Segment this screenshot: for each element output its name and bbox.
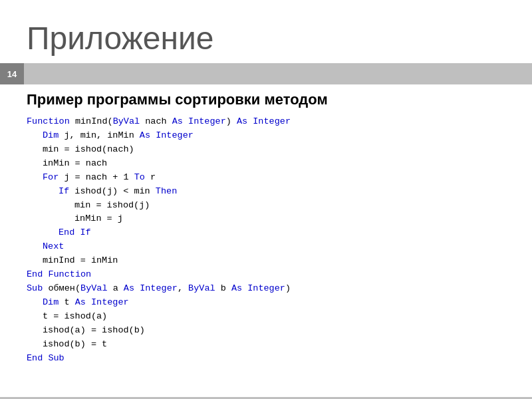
code-line: For j = nach + 1 To r <box>27 171 505 185</box>
code-text: обмен( <box>43 283 80 293</box>
slide-number-bar: 14 <box>0 63 532 84</box>
code-text: j = nach + 1 <box>59 172 134 182</box>
keyword: Function <box>27 116 70 126</box>
keyword: End Sub <box>27 353 65 363</box>
code-line: Function minInd(ByVal nach As Integer) A… <box>27 115 505 129</box>
title-area: Приложение <box>0 0 532 63</box>
code-line: min = ishod(nach) <box>27 143 505 157</box>
code-text: j, min, inMin <box>59 130 140 140</box>
content-area: Пример программы сортировки методом Func… <box>0 84 532 379</box>
code-line: Sub обмен(ByVal a As Integer, ByVal b As… <box>27 282 505 296</box>
slide-title: Приложение <box>27 20 505 57</box>
code-line: min = ishod(j) <box>27 199 505 213</box>
code-text: b <box>215 283 231 293</box>
code-text: ) <box>226 116 237 126</box>
code-line: inMin = j <box>27 212 505 226</box>
code-line: End Function <box>27 268 505 282</box>
code-text: nach <box>140 116 172 126</box>
code-line: minInd = inMin <box>27 254 505 268</box>
code-text: r <box>145 172 156 182</box>
code-text: minInd( <box>70 116 113 126</box>
keyword: As Integer <box>124 283 178 293</box>
code-line: t = ishod(a) <box>27 310 505 324</box>
keyword: End If <box>59 227 91 237</box>
code-text: ishod(j) < min <box>69 186 156 196</box>
code-line: End If <box>27 226 505 240</box>
code-text: a <box>108 283 124 293</box>
slide-bar <box>24 63 532 84</box>
keyword: Then <box>156 186 177 196</box>
code-line: Next <box>27 240 505 254</box>
keyword: As Integer <box>231 283 285 293</box>
keyword: Dim <box>43 297 59 307</box>
code-text: inMin = nach <box>43 158 107 168</box>
code-line: ishod(a) = ishod(b) <box>27 324 505 338</box>
keyword: Sub <box>27 283 43 293</box>
code-text: t = ishod(a) <box>43 311 107 321</box>
keyword: As Integer <box>172 116 226 126</box>
code-line: If ishod(j) < min Then <box>27 185 505 199</box>
keyword: ByVal <box>113 116 140 126</box>
code-text: ishod(b) = t <box>43 339 107 349</box>
code-line: End Sub <box>27 352 505 366</box>
keyword: ByVal <box>80 283 108 293</box>
keyword: If <box>59 186 69 196</box>
code-text: t <box>59 297 74 307</box>
keyword: Next <box>43 241 64 251</box>
code-line: inMin = nach <box>27 157 505 171</box>
code-block: Function minInd(ByVal nach As Integer) A… <box>27 115 505 366</box>
keyword: Dim <box>43 130 59 140</box>
code-text: ishod(a) = ishod(b) <box>43 325 145 335</box>
slide-container: Приложение 14 Пример программы сортировк… <box>0 0 532 399</box>
keyword: End Function <box>27 269 91 279</box>
code-text: , <box>178 283 188 293</box>
code-text: inMin = j <box>74 213 123 223</box>
code-line: Dim j, min, inMin As Integer <box>27 129 505 143</box>
keyword: ByVal <box>188 283 215 293</box>
keyword: For <box>43 172 59 182</box>
section-heading: Пример программы сортировки методом <box>27 91 505 108</box>
keyword: To <box>134 172 145 182</box>
slide-number: 14 <box>0 63 24 84</box>
code-text: min = ishod(nach) <box>43 144 134 154</box>
keyword: As Integer <box>75 297 129 307</box>
code-line: Dim t As Integer <box>27 296 505 310</box>
keyword: As Integer <box>140 130 194 140</box>
keyword: As Integer <box>237 116 291 126</box>
code-text: minInd = inMin <box>43 255 118 265</box>
code-text: ) <box>285 283 291 293</box>
code-text: min = ishod(j) <box>74 200 150 210</box>
code-line: ishod(b) = t <box>27 338 505 352</box>
